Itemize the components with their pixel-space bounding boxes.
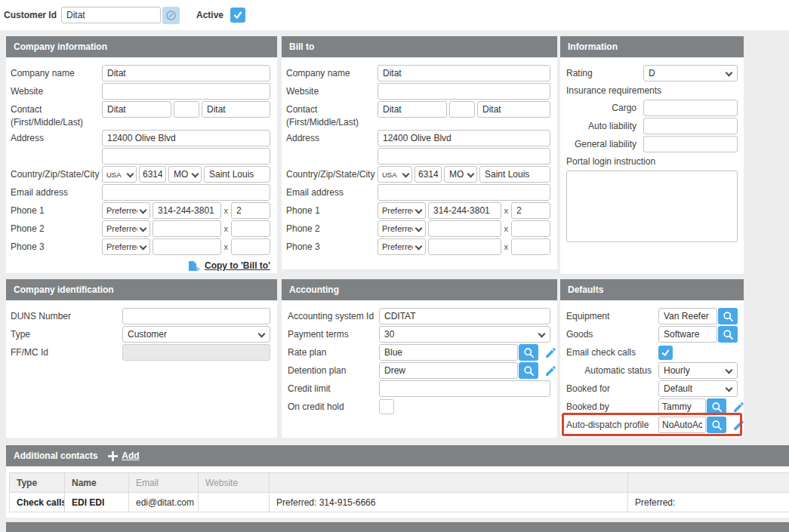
- chevron-down-icon: [140, 225, 147, 232]
- customer-id-action-button[interactable]: [162, 7, 180, 24]
- country-select[interactable]: USA: [102, 166, 137, 183]
- duns-input[interactable]: [122, 308, 270, 324]
- address2-input[interactable]: [102, 148, 270, 165]
- equipment-input[interactable]: [658, 308, 717, 324]
- portal-login-textarea[interactable]: [566, 171, 738, 242]
- billto-phone1-type-select[interactable]: Preferred: [378, 202, 426, 219]
- contact-last-input[interactable]: [202, 101, 270, 118]
- billto-contact-last-input[interactable]: [477, 101, 550, 118]
- edit-pencil-icon[interactable]: [732, 401, 745, 414]
- phone3-type-select[interactable]: Preferred: [102, 238, 150, 255]
- booked-for-select[interactable]: Default: [658, 380, 738, 397]
- company-name-input[interactable]: [102, 65, 270, 81]
- general-liability-input[interactable]: [643, 136, 738, 152]
- col-name[interactable]: Name: [65, 473, 129, 493]
- booked-by-input[interactable]: [658, 398, 706, 415]
- chevron-down-icon: [127, 171, 134, 178]
- billto-phone2-ext-input[interactable]: [511, 220, 550, 237]
- col-type[interactable]: Type: [10, 473, 65, 493]
- col-extra[interactable]: [628, 473, 789, 493]
- goods-search-button[interactable]: [718, 326, 738, 343]
- billto-phone1-input[interactable]: [428, 202, 501, 219]
- phone1-type-select[interactable]: Preferred: [102, 202, 150, 219]
- booked-by-label: Booked by: [566, 398, 658, 415]
- edit-pencil-icon[interactable]: [544, 364, 557, 377]
- billto-contact-middle-input[interactable]: [449, 101, 475, 118]
- billto-state-select[interactable]: MO: [444, 166, 477, 183]
- auto-dispatch-search-button[interactable]: [707, 417, 726, 433]
- rate-plan-input[interactable]: [379, 344, 518, 361]
- chevron-down-icon: [415, 207, 423, 214]
- automatic-status-select[interactable]: Hourly: [658, 362, 738, 379]
- phone1-input[interactable]: [153, 202, 221, 219]
- auto-liability-input[interactable]: [643, 118, 738, 134]
- billto-phone1-row: Phone 1 Preferred x: [286, 202, 550, 219]
- billto-contact-first-input[interactable]: [378, 101, 447, 118]
- phone2-ext-input[interactable]: [231, 220, 270, 237]
- add-contact-link[interactable]: Add: [122, 451, 139, 461]
- phone2-type-select[interactable]: Preferred: [102, 220, 150, 237]
- billto-phone1-ext-input[interactable]: [511, 202, 550, 219]
- billto-zip-input[interactable]: [415, 166, 442, 183]
- add-plus-icon[interactable]: [107, 451, 119, 462]
- billto-company-name-row: Company name: [286, 65, 550, 81]
- information-header: Information: [560, 36, 744, 57]
- email-check-calls-checkbox[interactable]: [658, 346, 673, 360]
- billto-address1-input[interactable]: [378, 130, 550, 146]
- edit-pencil-icon[interactable]: [544, 346, 557, 359]
- state-select[interactable]: MO: [168, 166, 202, 183]
- address2-row: [11, 148, 270, 165]
- phone3-ext-input[interactable]: [231, 238, 270, 255]
- equipment-search-button[interactable]: [718, 308, 738, 324]
- detention-plan-row: Detention plan: [288, 362, 550, 379]
- billto-email-input[interactable]: [378, 184, 550, 201]
- address1-input[interactable]: [102, 130, 270, 146]
- auto-liability-row: Auto liability: [566, 118, 738, 134]
- billto-address2-input[interactable]: [378, 148, 550, 165]
- booked-by-search-button[interactable]: [707, 398, 726, 415]
- email-input[interactable]: [102, 184, 270, 201]
- active-checkbox[interactable]: [230, 8, 245, 23]
- billto-phone2-type-select[interactable]: Preferred: [378, 220, 426, 237]
- search-icon: [723, 329, 734, 340]
- copy-to-billto-link[interactable]: Copy to 'Bill to': [205, 260, 270, 271]
- billto-phone2-input[interactable]: [428, 220, 501, 237]
- billto-company-name-input[interactable]: [378, 65, 550, 81]
- credit-limit-input[interactable]: [379, 380, 550, 397]
- contact-middle-input[interactable]: [174, 101, 199, 118]
- check-icon: [661, 348, 670, 358]
- billto-phone3-input[interactable]: [428, 238, 501, 255]
- edit-pencil-icon[interactable]: [732, 419, 745, 432]
- phone3-input[interactable]: [153, 238, 221, 255]
- col-phone[interactable]: [270, 473, 628, 493]
- col-email[interactable]: Email: [129, 473, 199, 493]
- phone1-ext-input[interactable]: [231, 202, 270, 219]
- detention-plan-search-button[interactable]: [519, 362, 538, 379]
- customer-id-input[interactable]: [61, 7, 161, 23]
- billto-city-input[interactable]: [479, 166, 550, 183]
- rating-select[interactable]: D: [643, 65, 738, 81]
- rate-plan-search-button[interactable]: [519, 344, 538, 361]
- website-input[interactable]: [102, 83, 270, 100]
- contact-first-input[interactable]: [102, 101, 171, 118]
- zip-input[interactable]: [139, 166, 166, 183]
- phone2-input[interactable]: [153, 220, 221, 237]
- type-select[interactable]: Customer: [122, 326, 270, 343]
- billto-phone3-ext-input[interactable]: [511, 238, 550, 255]
- cargo-row: Cargo: [566, 100, 738, 116]
- phone2-label: Phone 2: [11, 220, 102, 237]
- col-website[interactable]: Website: [199, 473, 270, 493]
- contact-row[interactable]: Check calls EDI EDI edi@ditat.com Prefer…: [10, 493, 789, 512]
- billto-country-select[interactable]: USA: [378, 166, 412, 183]
- cargo-input[interactable]: [643, 100, 738, 116]
- type-row: Type Customer: [11, 326, 270, 343]
- detention-plan-input[interactable]: [379, 362, 518, 379]
- goods-input[interactable]: [658, 326, 717, 343]
- city-input[interactable]: [204, 166, 270, 183]
- on-credit-hold-checkbox[interactable]: [379, 399, 394, 414]
- billto-website-input[interactable]: [378, 83, 550, 100]
- payment-terms-select[interactable]: 30: [379, 326, 550, 343]
- auto-dispatch-input[interactable]: [658, 417, 706, 433]
- accounting-system-id-input[interactable]: [379, 308, 550, 324]
- billto-phone3-type-select[interactable]: Preferred: [378, 238, 426, 255]
